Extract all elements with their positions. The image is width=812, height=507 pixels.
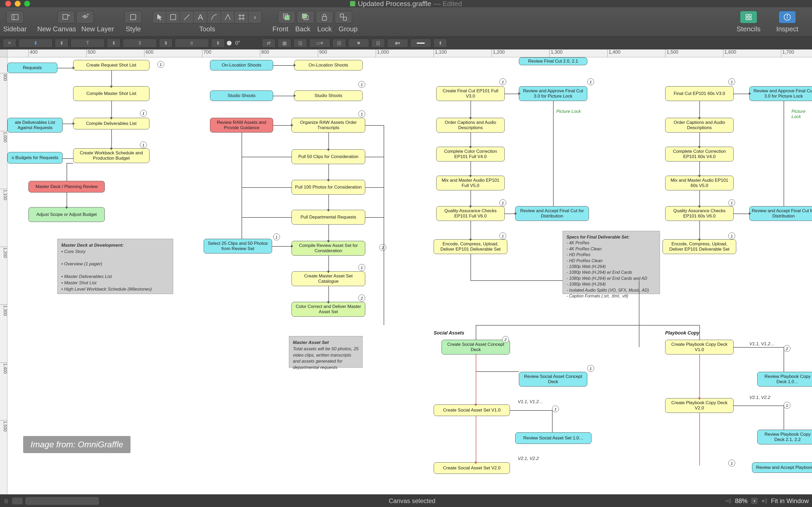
box-mix60[interactable]: Mix and Master Audio EP101 60s V5.0: [665, 176, 733, 190]
box-requests[interactable]: Requests: [7, 63, 57, 73]
fill-picker[interactable]: ▦: [277, 39, 291, 48]
shadow-color[interactable]: ■: [348, 39, 369, 48]
zoom-dropdown[interactable]: ▾: [751, 498, 758, 504]
note-master-asset[interactable]: Master Asset Set Total assets will be 50…: [289, 336, 363, 368]
close-button[interactable]: [5, 1, 11, 7]
box-social-v1[interactable]: Create Social Asset Set V1.0: [434, 404, 510, 416]
canvas-preview[interactable]: [12, 498, 22, 504]
fit-window-button[interactable]: Fit in Window: [771, 497, 809, 505]
page-scrubber[interactable]: [25, 497, 99, 505]
box-color[interactable]: Complete Color Correction EP101 Full V4.…: [436, 147, 505, 162]
box-social-v2[interactable]: Create Social Asset Set V2.0: [434, 462, 510, 474]
align-stepper[interactable]: ⬍: [107, 39, 120, 48]
note-master-deck[interactable]: Master Deck at Development: • Core Story…: [57, 239, 173, 294]
box-onloc2[interactable]: On-Location Shoots: [294, 60, 363, 70]
box-color60[interactable]: Complete Color Correction EP101 60s V4.0: [665, 147, 733, 162]
box-org-raw[interactable]: Organize RAW Assets Order Transcripts: [292, 118, 365, 132]
line-end[interactable]: [410, 39, 431, 48]
box-studio[interactable]: Studio Shoots: [210, 91, 273, 101]
para-align[interactable]: ≡: [3, 39, 16, 48]
box-finalcut[interactable]: Create Final Cut EP101 Full V3.0: [436, 86, 505, 101]
box-budgets[interactable]: o Budgets for Requests: [7, 152, 63, 164]
box-captions[interactable]: Order Captions and Audio Descriptions: [436, 118, 505, 132]
note-specs[interactable]: Specs for Final Deliverable Set: - 4K Pr…: [563, 231, 660, 294]
box-compile-review[interactable]: Compile Review Asset Set for Considerati…: [292, 241, 365, 256]
line-style[interactable]: |||: [371, 39, 385, 48]
box-mix[interactable]: Mix and Master Audio EP101 Full V5.0: [436, 176, 505, 190]
box-pull50[interactable]: Pull 50 Clips for Consideration: [292, 149, 365, 164]
font-style[interactable]: T: [70, 39, 105, 48]
box-deliv-list[interactable]: ate Deliverables List Against Requests: [7, 118, 63, 132]
shape-tool[interactable]: [166, 11, 180, 23]
shadow[interactable]: |||: [332, 39, 346, 48]
box-master-cat[interactable]: Create Master Asset Set Catalogue: [292, 271, 365, 286]
box-social-concept[interactable]: Create Social Asset Concept Deck: [442, 340, 510, 354]
fill-swap[interactable]: ⇄: [262, 39, 275, 48]
spacing-stepper[interactable]: ⬍: [159, 39, 172, 48]
minimize-button[interactable]: [15, 1, 20, 7]
sidebar-toggle[interactable]: [6, 11, 24, 23]
maximize-button[interactable]: [24, 1, 30, 7]
box-onloc[interactable]: On-Location Shoots: [210, 60, 273, 70]
box-approve60[interactable]: Review and Approve Final Cut 3.0 for Pic…: [749, 86, 812, 101]
line-color[interactable]: ■▾: [387, 39, 408, 48]
box-req-shot[interactable]: Create Request Shot List: [73, 60, 149, 70]
drawer-icon[interactable]: ⫼: [3, 497, 9, 505]
style-button[interactable]: [124, 11, 142, 23]
new-canvas-button[interactable]: [57, 11, 75, 23]
box-adjust[interactable]: Adjust Scope or Adjust Budget: [29, 207, 105, 222]
box-pull-dept[interactable]: Pull Departmental Requests: [292, 210, 365, 225]
box-review-social1[interactable]: Review Social Asset Set 1.0…: [515, 432, 592, 444]
box-workback[interactable]: Create Workback Schedule and Production …: [73, 148, 149, 163]
box-qa[interactable]: Quality Assurance Checks EP101 Full V6.0: [436, 206, 505, 221]
leading-stepper[interactable]: ⬍: [211, 39, 225, 48]
box-accept-pb[interactable]: Review and Accept Playbook: [752, 462, 812, 473]
box-finalcut60[interactable]: Final Cut EP101 60s V3.0: [665, 86, 733, 101]
stencils-button[interactable]: [740, 11, 757, 23]
box-playbook-v1[interactable]: Create Playbook Copy Deck V1.0: [665, 340, 733, 354]
font-size-stepper[interactable]: ⬍: [55, 39, 68, 48]
text-tool[interactable]: A: [193, 11, 207, 23]
stroke-style[interactable]: |||: [293, 39, 307, 48]
pen-tool[interactable]: [207, 11, 221, 23]
box-review-deck[interactable]: Master Deck / Planning Review: [29, 181, 105, 192]
inspect-button[interactable]: [778, 11, 796, 23]
box-encode[interactable]: Encode, Compress, Upload, Deliver EP101 …: [434, 239, 507, 254]
box-master-shot[interactable]: Compile Master Shot List: [73, 86, 149, 101]
box-playbook-v2[interactable]: Create Playbook Copy Deck V2.0: [665, 398, 733, 413]
ruler-horizontal[interactable]: 400 500 600 700 800 900 1,000 1,100 1,20…: [7, 49, 812, 57]
line-weight[interactable]: ⬍: [434, 39, 447, 48]
zoom-in-button[interactable]: +⃝: [761, 497, 767, 505]
spacing[interactable]: ⇕: [122, 39, 157, 48]
box-partial1[interactable]: Review Final Cut 2.0, 2.1: [519, 57, 587, 65]
font-picker[interactable]: ⬍: [18, 39, 53, 48]
leading[interactable]: ⫼: [175, 39, 209, 48]
zoom-out-button[interactable]: −⃝: [725, 497, 731, 505]
lock-button[interactable]: [316, 11, 333, 23]
line-tool[interactable]: [180, 11, 193, 23]
stroke-preset[interactable]: ▭▾: [309, 39, 330, 48]
box-review-social[interactable]: Review Social Asset Concept Deck: [519, 372, 587, 387]
box-qa60[interactable]: Quality Assurance Checks EP101 60s V6.0: [665, 206, 733, 221]
rotation-knob[interactable]: [227, 41, 232, 46]
ruler-vertical[interactable]: 900 1,000 1,100 1,200 1,300 1,400 1,500: [0, 57, 7, 494]
box-studio2[interactable]: Studio Shoots: [294, 91, 363, 101]
box-select-clips[interactable]: Select 25 Clips and 50 Photos from Revie…: [204, 239, 272, 253]
crop-tool[interactable]: [235, 11, 248, 23]
box-review-raw[interactable]: Review RAW Assets and Provide Guidance: [210, 118, 273, 132]
box-color-correct[interactable]: Color Correct and Deliver Master Asset S…: [292, 302, 365, 317]
box-review-pb1[interactable]: Review Playbook Copy Deck 1.0…: [757, 372, 812, 387]
pointer-tool[interactable]: [152, 11, 166, 23]
box-review-pb2[interactable]: Review Playbook Copy Deck 2.1, 2.2: [757, 430, 812, 444]
group-button[interactable]: [335, 11, 352, 23]
box-captions60[interactable]: Order Captions and Audio Descriptions: [665, 118, 733, 132]
front-button[interactable]: [278, 11, 295, 23]
new-layer-button[interactable]: [76, 11, 94, 23]
box-pull100[interactable]: Pull 100 Photos for Consideration: [292, 180, 365, 194]
more-tools[interactable]: ›: [248, 11, 262, 23]
box-accept60[interactable]: Review and Accept Final Cut for Distribu…: [749, 206, 812, 221]
point-tool[interactable]: [221, 11, 235, 23]
back-button[interactable]: [297, 11, 314, 23]
box-accept-dist[interactable]: Review and Accept Final Cut for Distribu…: [515, 206, 589, 221]
box-approve-pl[interactable]: Review and Approve Final Cut 3.0 for Pic…: [519, 86, 587, 101]
